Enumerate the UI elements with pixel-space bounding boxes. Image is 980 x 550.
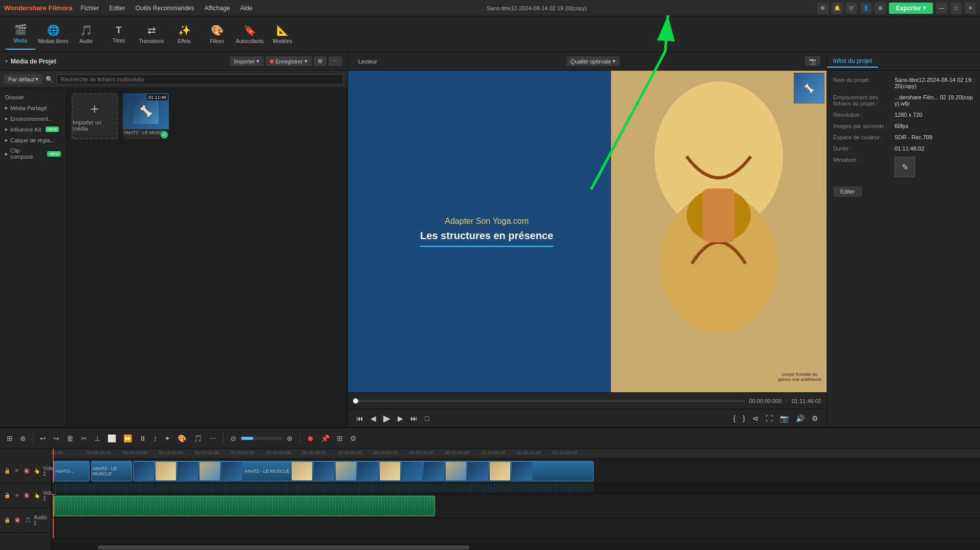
- track-video1-mute[interactable]: 🔇: [23, 492, 31, 499]
- export-button[interactable]: Exporter ▾: [889, 3, 933, 14]
- clip-video2-1[interactable]: ANAT2-...: [54, 461, 90, 481]
- quality-chevron-icon: ▾: [613, 58, 616, 65]
- search-input[interactable]: [56, 74, 343, 84]
- tl-zoom-slider[interactable]: [241, 437, 282, 440]
- reader-button[interactable]: Lecteur: [354, 57, 381, 66]
- tl-settings-button[interactable]: ⚙: [347, 433, 359, 444]
- skip-forward-button[interactable]: ⏭: [407, 413, 421, 424]
- import-media-button[interactable]: + Importer un média: [72, 93, 118, 139]
- win-maximize[interactable]: □: [950, 3, 962, 14]
- toolbar-media[interactable]: 🎬 Média: [5, 19, 36, 50]
- clip-audio-main[interactable]: [54, 496, 435, 516]
- volume-button[interactable]: 🔊: [793, 413, 808, 424]
- clip-video2-long[interactable]: ANAT2 - LE MUSCLE: [133, 461, 594, 481]
- toolbar-free-media[interactable]: 🌐 Médias libres: [38, 19, 69, 50]
- win-close[interactable]: ✕: [965, 3, 976, 14]
- tl-layout-button[interactable]: ⊞: [334, 433, 345, 444]
- tl-magnet-button[interactable]: ⊕: [17, 433, 29, 444]
- menu-aide[interactable]: Aide: [236, 4, 256, 13]
- sidebar-item-env[interactable]: ▸ Environnement...: [0, 113, 66, 124]
- fullscreen-button[interactable]: ⛶: [763, 413, 776, 424]
- tl-zoom-in[interactable]: ⊕: [284, 433, 295, 444]
- mark-out-button[interactable]: }: [739, 413, 748, 424]
- media-item-anat2[interactable]: 🦴 01:11:46 ✓ ANAT2 - LE MUSCLE: [123, 93, 169, 139]
- preview-screenshot-button[interactable]: 📷: [805, 56, 820, 66]
- loop-button[interactable]: □: [422, 413, 432, 424]
- track-video2-mute[interactable]: 🔇: [23, 468, 31, 474]
- tl-more-button[interactable]: ⋯: [207, 433, 219, 444]
- sidebar-item-shared[interactable]: ▸ Média Partagé: [0, 102, 66, 113]
- sort-button[interactable]: Par défaut ▾: [4, 74, 42, 84]
- track-audio1-mute[interactable]: 🔇: [13, 517, 21, 523]
- toolbar-models[interactable]: 📐 Modèles: [267, 19, 298, 50]
- track-video2-eye[interactable]: 👁: [13, 468, 20, 474]
- record-button[interactable]: Enregistrer ▾: [266, 56, 312, 66]
- tl-record-button[interactable]: ⏺: [304, 433, 316, 444]
- scroll-thumb[interactable]: [98, 545, 469, 549]
- tl-freeze-button[interactable]: ⏸: [137, 433, 149, 444]
- tl-motion-button[interactable]: ↕: [151, 433, 160, 444]
- frame-forward-button[interactable]: ▶: [395, 413, 406, 424]
- toolbar-audio[interactable]: 🎵 Audio: [71, 19, 101, 50]
- tab-project-info[interactable]: Infos du projet: [827, 55, 878, 68]
- track-audio1: [51, 518, 980, 539]
- titlebar-user[interactable]: 👤: [860, 3, 872, 14]
- toolbar-transitions[interactable]: ⇄ Transitions: [136, 19, 167, 50]
- frame-back-button[interactable]: ◀: [367, 413, 379, 424]
- tl-cut-button[interactable]: ✂: [78, 433, 90, 444]
- tl-ai-button[interactable]: ✦: [162, 433, 173, 444]
- tl-marker-button[interactable]: 📌: [318, 433, 332, 444]
- clip-video2-2[interactable]: ANAT2 - LE MUSCLE: [91, 461, 132, 481]
- quality-button[interactable]: Qualité optimale ▾: [567, 56, 620, 66]
- toolbar-filters[interactable]: 🎨 Filtres: [202, 19, 232, 50]
- titlebar-settings[interactable]: ⚙: [817, 3, 829, 14]
- track-video1-solo[interactable]: 👆: [33, 492, 41, 499]
- sidebar-item-calque[interactable]: ▸ Calque de règla...: [0, 135, 66, 145]
- tl-redo-button[interactable]: ↪: [51, 433, 62, 444]
- track-video1-lock[interactable]: 🔒: [3, 492, 11, 499]
- win-minimize[interactable]: —: [936, 3, 947, 14]
- track-video2-lock[interactable]: 🔒: [3, 468, 11, 474]
- toolbar-titles[interactable]: T Titres: [103, 19, 134, 50]
- titlebar-grid[interactable]: ⊞: [875, 3, 886, 14]
- track-video1-eye[interactable]: 👁: [13, 492, 20, 499]
- sidebar-item-influence[interactable]: ▸ Influence Kit NEW: [0, 124, 66, 135]
- toolbar-effects[interactable]: ✨ Effets: [169, 19, 200, 50]
- mark-in-button[interactable]: {: [730, 413, 739, 424]
- settings-ctrl-button[interactable]: ⚙: [809, 413, 821, 424]
- tl-audio-button[interactable]: 🎵: [191, 433, 205, 444]
- titlebar-notification[interactable]: 🔔: [832, 3, 843, 14]
- sidebar-item-clip[interactable]: ▸ Clip composé NEW: [0, 145, 66, 162]
- sidebar-item-dossier[interactable]: Dossier: [0, 92, 66, 102]
- menu-editer[interactable]: Editer: [105, 4, 129, 13]
- menu-outils[interactable]: Outils Recommandés: [132, 4, 199, 13]
- tl-undo-button[interactable]: ↩: [37, 433, 49, 444]
- tl-crop-button[interactable]: ⬜: [105, 433, 119, 444]
- track-video2-solo[interactable]: 👆: [33, 468, 41, 474]
- import-button[interactable]: Importer ▾: [230, 56, 264, 66]
- more-options-button[interactable]: ⋯: [329, 56, 342, 66]
- toolbar-stickers[interactable]: 🔖 Autocollants: [234, 19, 265, 50]
- sidebar-env-label: Environnement...: [10, 116, 53, 122]
- tl-split-button[interactable]: ⊥: [92, 433, 103, 444]
- tl-zoom-out[interactable]: ⊖: [228, 433, 239, 444]
- preview-progress-bar[interactable]: [353, 400, 745, 402]
- screenshot-ctrl-button[interactable]: 📷: [777, 413, 792, 424]
- tl-speed-button[interactable]: ⏩: [121, 433, 135, 444]
- menu-fichier[interactable]: Fichier: [76, 4, 103, 13]
- menu-affichage[interactable]: Affichage: [201, 4, 234, 13]
- filter-media-button[interactable]: ⊞: [314, 56, 326, 66]
- track-audio1-solo[interactable]: 🎵: [24, 517, 32, 523]
- collapse-icon[interactable]: ▾: [5, 58, 8, 64]
- tl-color-button[interactable]: 🎨: [175, 433, 189, 444]
- track-audio1-lock[interactable]: 🔒: [3, 517, 11, 523]
- titlebar-store[interactable]: 🛒: [846, 3, 857, 14]
- timeline-scrollbar[interactable]: [51, 544, 980, 550]
- tl-delete-button[interactable]: 🗑: [64, 433, 76, 444]
- timeline-ruler[interactable]: 00:00 00:05:00:00 00:10:00:00 00:15:00:0…: [51, 449, 980, 459]
- clip-prev-button[interactable]: ⊲: [749, 413, 761, 424]
- tl-grid-button[interactable]: ⊞: [4, 433, 15, 444]
- edit-project-button[interactable]: Editer: [833, 186, 862, 197]
- play-button[interactable]: ▶: [380, 411, 394, 426]
- skip-back-button[interactable]: ⏮: [353, 413, 366, 424]
